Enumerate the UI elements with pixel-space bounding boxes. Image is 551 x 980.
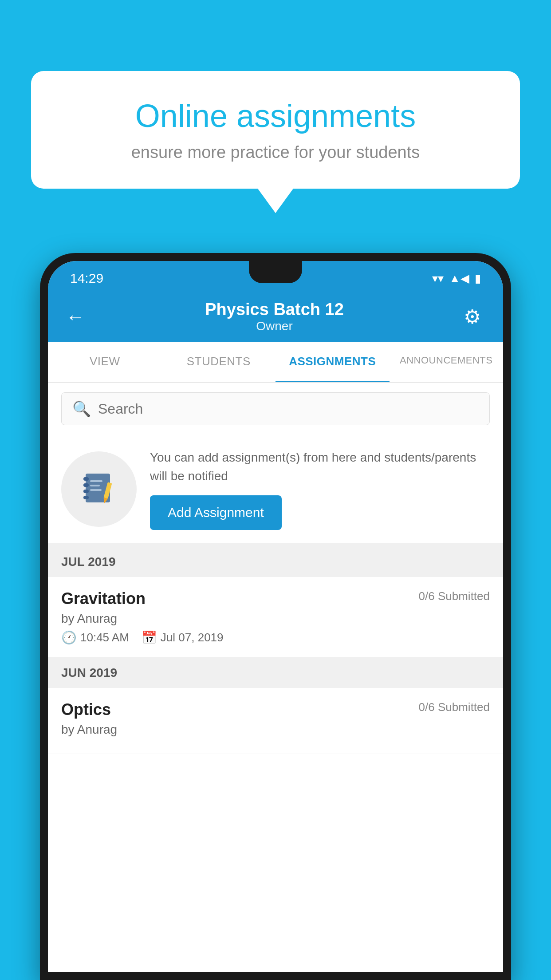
- promo-text: You can add assignment(s) from here and …: [150, 448, 490, 486]
- search-input-wrapper[interactable]: 🔍: [61, 392, 490, 425]
- promo-speech-bubble: Online assignments ensure more practice …: [31, 71, 520, 213]
- assignment-date: 📅 Jul 07, 2019: [142, 630, 224, 645]
- tab-announcements[interactable]: ANNOUNCEMENTS: [390, 342, 504, 382]
- promo-section: You can add assignment(s) from here and …: [48, 435, 503, 547]
- header-subtitle: Owner: [85, 319, 464, 333]
- assignment-time-value: 10:45 AM: [80, 631, 129, 644]
- phone-frame: 14:29 ▾▾ ▲◀ ▮ ← Physics Batch 12 Owner ⚙…: [40, 253, 511, 980]
- assignment-meta: 🕐 10:45 AM 📅 Jul 07, 2019: [61, 630, 490, 645]
- promo-icon-circle: [61, 451, 137, 527]
- svg-rect-9: [90, 489, 102, 491]
- phone-screen: 14:29 ▾▾ ▲◀ ▮ ← Physics Batch 12 Owner ⚙…: [48, 261, 503, 972]
- tab-students[interactable]: STUDENTS: [162, 342, 276, 382]
- status-icons: ▾▾ ▲◀ ▮: [432, 272, 481, 285]
- search-container: 🔍: [48, 383, 503, 435]
- svg-rect-8: [90, 485, 100, 486]
- assignment-name: Gravitation: [61, 589, 146, 608]
- assignment-author-2: by Anurag: [61, 723, 490, 737]
- wifi-icon: ▾▾: [432, 272, 444, 285]
- assignment-row-top-2: Optics 0/6 Submitted: [61, 700, 490, 719]
- speech-bubble-box: Online assignments ensure more practice …: [31, 71, 520, 189]
- speech-bubble-subtitle: ensure more practice for your students: [67, 143, 484, 162]
- calendar-icon: 📅: [142, 630, 157, 645]
- svg-rect-4: [83, 496, 89, 499]
- promo-content: You can add assignment(s) from here and …: [150, 448, 490, 530]
- speech-bubble-arrow: [258, 189, 293, 213]
- phone-notch: [249, 261, 302, 283]
- header-title: Physics Batch 12: [85, 300, 464, 319]
- back-button[interactable]: ←: [66, 306, 85, 328]
- tab-assignments[interactable]: ASSIGNMENTS: [276, 342, 390, 382]
- assignment-submitted: 0/6 Submitted: [419, 589, 490, 603]
- status-time: 14:29: [70, 271, 103, 286]
- signal-icon: ▲◀: [449, 272, 469, 285]
- svg-rect-1: [83, 477, 89, 481]
- assignment-author: by Anurag: [61, 612, 490, 626]
- assignment-row-top: Gravitation 0/6 Submitted: [61, 589, 490, 608]
- list-item[interactable]: Optics 0/6 Submitted by Anurag: [48, 688, 503, 754]
- svg-rect-7: [90, 480, 102, 482]
- tabs-container: VIEW STUDENTS ASSIGNMENTS ANNOUNCEMENTS: [48, 342, 503, 383]
- settings-icon[interactable]: ⚙: [464, 305, 481, 328]
- screen-content: 🔍: [48, 383, 503, 972]
- search-input[interactable]: [98, 401, 479, 417]
- battery-icon: ▮: [475, 272, 481, 285]
- search-icon: 🔍: [72, 400, 91, 418]
- add-assignment-button[interactable]: Add Assignment: [150, 495, 282, 530]
- header-center: Physics Batch 12 Owner: [85, 300, 464, 333]
- tab-view[interactable]: VIEW: [48, 342, 162, 382]
- speech-bubble-title: Online assignments: [67, 98, 484, 134]
- clock-icon: 🕐: [61, 630, 77, 645]
- app-header: ← Physics Batch 12 Owner ⚙: [48, 291, 503, 342]
- section-header-jul: JUL 2019: [48, 547, 503, 577]
- section-header-jun: JUN 2019: [48, 658, 503, 688]
- assignment-name-2: Optics: [61, 700, 111, 719]
- notebook-svg-icon: [79, 469, 119, 509]
- svg-rect-2: [83, 483, 89, 487]
- list-item[interactable]: Gravitation 0/6 Submitted by Anurag 🕐 10…: [48, 577, 503, 658]
- assignment-time: 🕐 10:45 AM: [61, 630, 129, 645]
- svg-rect-3: [83, 490, 89, 493]
- assignment-submitted-2: 0/6 Submitted: [419, 700, 490, 714]
- assignment-date-value: Jul 07, 2019: [161, 631, 224, 644]
